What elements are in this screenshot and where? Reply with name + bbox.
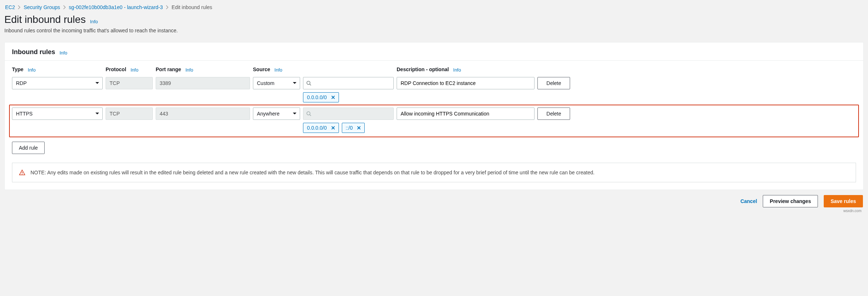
cidr-token-label: 0.0.0.0/0 [307,125,327,131]
caret-down-icon [95,112,99,115]
source-search-input [303,108,394,120]
type-select[interactable]: RDP [12,77,103,89]
svg-point-0 [307,81,310,84]
port-range-input [156,77,250,89]
add-rule-button[interactable]: Add rule [12,142,45,154]
panel-title: Inbound rules [12,48,55,56]
source-search-field[interactable] [303,77,393,89]
source-mode-select[interactable]: Custom [253,77,300,89]
cidr-tokens: 0.0.0.0/0 ::/0 [303,123,394,133]
panel-title-info-link[interactable]: Info [60,50,67,56]
cidr-tokens: 0.0.0.0/0 [303,92,394,102]
search-icon [306,81,311,86]
type-select-value: RDP [16,80,27,86]
page-subtitle: Inbound rules control the incoming traff… [4,28,864,33]
breadcrumb-current: Edit inbound rules [172,4,212,10]
source-mode-value: Custom [257,80,274,86]
cidr-token: ::/0 [342,123,365,133]
rule-row-https: HTTPS Anywhere [9,105,859,137]
column-headers-row: Type Info Protocol Info Port range Info … [12,64,856,76]
attribution-text: wsxdn.com [4,207,864,213]
breadcrumb: EC2 Security Groups sg-002fe10b00db3a1e0… [4,3,864,14]
col-description-label: Description - optional [397,66,449,72]
delete-rule-button[interactable]: Delete [537,108,570,120]
cidr-token: 0.0.0.0/0 [303,123,339,133]
cidr-token-label: ::/0 [346,125,353,131]
protocol-value [106,108,152,119]
col-port-info[interactable]: Info [185,67,193,73]
delete-rule-button[interactable]: Delete [537,77,570,89]
chevron-right-icon [63,5,66,9]
col-port: Port range Info [156,64,250,76]
preview-changes-button[interactable]: Preview changes [763,195,818,207]
chevron-right-icon [166,5,169,9]
col-type-info[interactable]: Info [28,67,36,73]
chevron-right-icon [18,5,21,9]
rule-row-rdp: RDP Custom [12,77,856,102]
col-protocol-info[interactable]: Info [131,67,139,73]
page-title: Edit inbound rules [4,14,86,25]
svg-point-2 [307,111,310,115]
svg-point-5 [22,174,22,174]
col-source: Source Info [253,64,394,76]
remove-token-icon[interactable] [357,126,361,130]
cidr-token: 0.0.0.0/0 [303,92,339,102]
edit-warning-notice: NOTE: Any edits made on existing rules w… [12,163,856,182]
notice-text: NOTE: Any edits made on existing rules w… [30,169,594,176]
protocol-input [106,77,153,89]
source-mode-value: Anywhere [257,111,279,117]
search-icon [306,111,311,116]
col-protocol-label: Protocol [106,66,126,72]
col-type-label: Type [12,66,24,72]
port-range-input [156,108,250,120]
col-type: Type Info [12,64,103,76]
breadcrumb-security-groups[interactable]: Security Groups [24,4,60,10]
description-field[interactable] [397,77,534,89]
breadcrumb-sg-detail[interactable]: sg-002fe10b00db3a1e0 - launch-wizard-3 [69,4,163,10]
caret-down-icon [95,82,99,85]
save-rules-button[interactable]: Save rules [824,195,863,207]
source-search-field [303,108,393,119]
page-footer: Cancel Preview changes Save rules [4,190,864,207]
cancel-link[interactable]: Cancel [740,198,757,204]
caret-down-icon [292,112,297,115]
description-field[interactable] [397,108,534,119]
protocol-value [106,77,152,89]
port-range-value [156,108,250,119]
col-source-label: Source [253,66,270,72]
col-description-info[interactable]: Info [453,67,461,73]
cidr-token-label: 0.0.0.0/0 [307,94,327,100]
page-title-info-link[interactable]: Info [90,19,98,24]
breadcrumb-ec2[interactable]: EC2 [5,4,15,10]
protocol-input [106,108,153,120]
remove-token-icon[interactable] [331,96,335,99]
svg-line-1 [310,84,311,85]
remove-token-icon[interactable] [331,126,335,130]
type-select[interactable]: HTTPS [12,108,103,120]
description-input[interactable] [397,77,535,89]
col-port-label: Port range [156,66,181,72]
col-source-info[interactable]: Info [274,67,282,73]
col-description: Description - optional Info [397,64,535,76]
inbound-rules-panel: Inbound rules Info Type Info Protocol In… [4,42,864,190]
svg-line-3 [310,114,311,116]
source-search-input[interactable] [303,77,394,89]
description-input[interactable] [397,108,535,120]
source-mode-select[interactable]: Anywhere [253,108,300,120]
port-range-value [156,77,250,89]
warning-icon [19,169,25,176]
col-protocol: Protocol Info [106,64,153,76]
type-select-value: HTTPS [16,111,33,117]
caret-down-icon [292,82,297,85]
